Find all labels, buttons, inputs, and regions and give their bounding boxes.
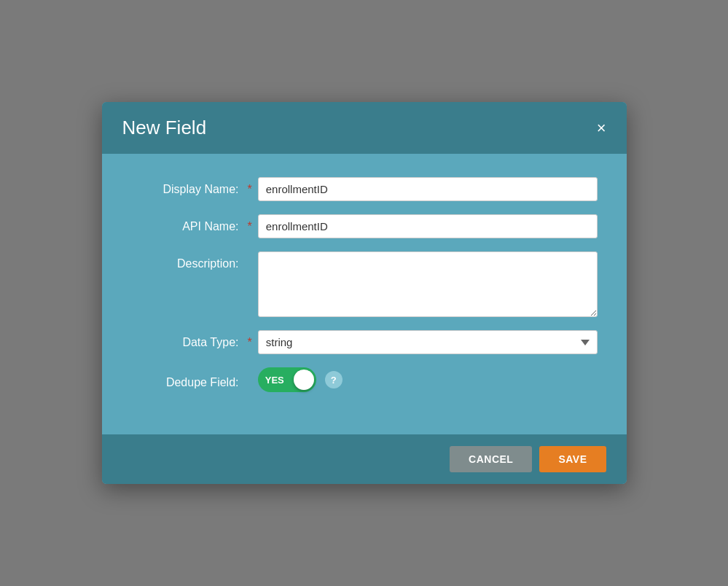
description-label: Description: xyxy=(131,251,248,270)
modal-body: Display Name: * API Name: * Description:… xyxy=(102,154,627,434)
cancel-button[interactable]: CANCEL xyxy=(450,446,532,472)
modal-header: New Field × xyxy=(102,102,627,154)
data-type-row: Data Type: * string integer boolean date… xyxy=(131,330,598,354)
modal-title: New Field xyxy=(122,117,207,139)
toggle-track: YES xyxy=(258,367,316,392)
display-name-label: Display Name: xyxy=(131,177,248,196)
save-button[interactable]: SAVE xyxy=(539,446,606,472)
api-name-input[interactable] xyxy=(258,214,598,238)
data-type-label: Data Type: xyxy=(131,330,248,349)
toggle-thumb xyxy=(294,370,314,390)
api-name-label: API Name: xyxy=(131,214,248,233)
dedupe-toggle[interactable]: YES xyxy=(258,367,316,392)
toggle-yes-label: YES xyxy=(265,375,284,386)
display-name-input[interactable] xyxy=(258,177,598,201)
description-input[interactable] xyxy=(258,251,598,317)
new-field-modal: New Field × Display Name: * API Name: * … xyxy=(102,102,627,484)
api-name-row: API Name: * xyxy=(131,214,598,238)
dedupe-toggle-container: YES ? xyxy=(258,367,343,392)
dedupe-field-row: Dedupe Field: * YES ? xyxy=(131,367,598,392)
close-button[interactable]: × xyxy=(597,120,606,136)
data-type-required: * xyxy=(248,330,252,349)
display-name-row: Display Name: * xyxy=(131,177,598,201)
dedupe-field-label: Dedupe Field: xyxy=(131,370,248,389)
help-icon[interactable]: ? xyxy=(325,371,343,388)
api-name-required: * xyxy=(248,214,252,233)
data-type-select[interactable]: string integer boolean date float xyxy=(258,330,598,354)
modal-footer: CANCEL SAVE xyxy=(102,434,627,484)
display-name-required: * xyxy=(248,177,252,196)
description-row: Description: * xyxy=(131,251,598,317)
